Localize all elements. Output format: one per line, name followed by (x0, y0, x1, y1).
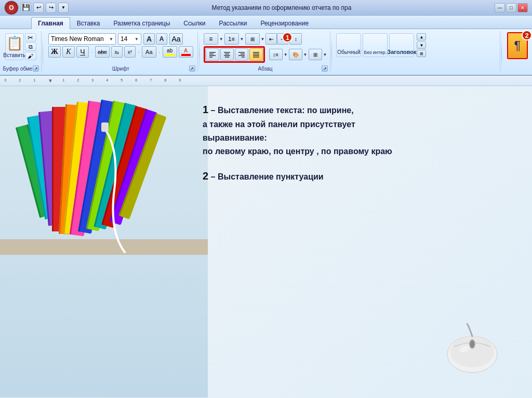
ruler-mark: · (158, 78, 164, 84)
redo-button[interactable]: ↪ (46, 3, 56, 13)
align-center-button[interactable] (220, 48, 234, 61)
align-left-button[interactable] (206, 48, 219, 61)
ruler-mark: 7 (150, 78, 158, 84)
style-scroll-up[interactable]: ▲ (417, 33, 426, 40)
text-line-3: выравнивание: (203, 132, 527, 144)
shading-arrow[interactable]: ▼ (303, 52, 308, 57)
no-spacing-style-button[interactable]: Без интер. (363, 33, 388, 57)
font-color-bar (181, 54, 191, 56)
number-badge-1: 1 (203, 104, 208, 115)
customize-button[interactable]: ▼ (58, 3, 69, 13)
save-button[interactable]: 💾 (21, 3, 31, 13)
font-size-value: 14 (121, 35, 127, 43)
style-scroll-down[interactable]: ▼ (417, 42, 426, 49)
superscript-button[interactable]: x² (124, 46, 136, 58)
close-button[interactable]: ✕ (517, 3, 528, 12)
bullet-list-arrow[interactable]: ▼ (219, 37, 223, 42)
clipboard-dialog-button[interactable]: ↗ (33, 65, 39, 72)
align-justify-button[interactable] (249, 48, 263, 61)
ruler-mark: · (42, 78, 48, 84)
paragraph-section-label: Абзац (258, 66, 273, 72)
paste-button[interactable]: 📋 Вставить (5, 33, 24, 60)
ruler: 3 · 2 · 1 · ▼ · 1 · 2 · 3 · 4 · 5 · 6 · … (0, 76, 532, 86)
format-painter-button[interactable]: 🖌 (25, 52, 36, 60)
style-buttons: Обычный Без интер. Заголовок ▲ ▼ ⊞ (336, 33, 497, 57)
ruler-marker-triangle: ▼ (48, 78, 56, 84)
text-line-2: а также на этой панели присутствует (203, 118, 527, 131)
font-size-dropdown[interactable]: 14 ▼ (118, 33, 141, 45)
text-line-5: 2 – Выставление пунктуации (203, 168, 527, 184)
clipboard-section: 📋 Вставить ✂ ⧉ 🖌 Буфер обмена ↗ (0, 31, 42, 73)
font-row-2: Ж К Ч · abc x₂ x² · Aa · ab A (48, 46, 193, 58)
multilevel-list-arrow[interactable]: ▼ (261, 37, 265, 42)
tab-insert[interactable]: Вставка (70, 17, 107, 29)
subscript-button[interactable]: x₂ (111, 46, 123, 58)
office-button[interactable]: O (4, 1, 19, 15)
ruler-mark: 4 (106, 78, 114, 84)
border-arrow[interactable]: ▼ (323, 52, 327, 57)
mouse-svg (438, 323, 506, 375)
heading1-style-button[interactable]: Заголовок (389, 33, 414, 57)
ruler-mark: 6 (135, 78, 143, 84)
font-shrink-button[interactable]: A (156, 33, 167, 45)
font-color-icon: A (184, 48, 188, 53)
underline-button[interactable]: Ч (76, 46, 89, 58)
tab-references[interactable]: Ссылки (177, 17, 212, 29)
divider-4 (501, 35, 502, 72)
clipboard-tools: 📋 Вставить ✂ ⧉ 🖌 (5, 33, 36, 60)
ruler-mark: · (12, 78, 19, 84)
font-row-1: Times New Roman ▼ 14 ▼ A A Aa (48, 33, 193, 45)
font-name-dropdown[interactable]: Times New Roman ▼ (48, 33, 116, 45)
ruler-mark: · (129, 78, 135, 84)
clear-format-button[interactable]: Aa (169, 33, 183, 45)
text-line-4: по левому краю, по центру , по правому к… (203, 145, 527, 158)
divider-3 (331, 35, 332, 72)
border-button[interactable]: ⊞ (309, 49, 322, 60)
minimize-button[interactable]: — (495, 3, 505, 12)
bold-button[interactable]: Ж (48, 46, 61, 58)
mouse-image (438, 323, 506, 377)
badge-2: 2 (522, 30, 532, 40)
align-right-button[interactable] (235, 48, 248, 61)
highlight-color-button[interactable]: ab (163, 46, 177, 58)
style-more[interactable]: ⊞ (417, 50, 426, 57)
undo-button[interactable]: ↩ (33, 3, 44, 13)
numbered-list-button[interactable]: 1≡ (224, 33, 239, 45)
highlight-color-bar (165, 54, 175, 56)
case-button[interactable]: Aa (142, 46, 156, 58)
font-color-button[interactable]: A (179, 46, 193, 58)
clipboard-sub-buttons: ✂ ⧉ 🖌 (25, 33, 36, 60)
style-section: Обычный Без интер. Заголовок ▲ ▼ ⊞ (333, 31, 500, 73)
paragraph-dialog-button[interactable]: ↗ (322, 65, 328, 72)
font-section: Times New Roman ▼ 14 ▼ A A Aa Ж К Ч · ab… (44, 31, 198, 73)
paragraph-row-2: ↕≡ ▼ 🎨 ▼ ⊞ ▼ (204, 46, 327, 63)
main-content: 1 – Выставление текста: по ширине, а так… (0, 86, 532, 398)
pilcrow-icon: ¶ (514, 38, 521, 53)
maximize-button[interactable]: □ (506, 3, 516, 12)
ruler-mark: 5 (121, 78, 129, 84)
tab-mailings[interactable]: Рассылки (212, 17, 254, 29)
font-grow-button[interactable]: A (143, 33, 155, 45)
tab-review[interactable]: Рецензирование (254, 17, 315, 29)
text-line-1: 1 – Выставление текста: по ширине, (203, 102, 527, 117)
line-spacing-arrow[interactable]: ▼ (284, 52, 288, 57)
shading-button[interactable]: 🎨 (289, 49, 302, 60)
multilevel-list-button[interactable]: ⊞ (245, 33, 260, 45)
copy-button[interactable]: ⧉ (25, 43, 36, 51)
numbered-list-arrow[interactable]: ▼ (240, 37, 244, 42)
ruler-mark: 2 (77, 78, 85, 84)
strikethrough-button[interactable]: abc (95, 46, 110, 58)
bullet-list-button[interactable]: ≡ (204, 33, 218, 45)
decrease-indent-button[interactable]: ⇤ (265, 33, 277, 45)
paragraph-row-1: ≡ ▼ 1≡ ▼ ⊞ ▼ ⇤ ⇥ 1 ↕ (204, 33, 327, 45)
line-spacing-button[interactable]: ↕≡ (269, 49, 283, 60)
no-spacing-text: Без интер. (364, 50, 387, 55)
tab-layout[interactable]: Разметка страницы (107, 17, 177, 29)
font-dialog-button[interactable]: ↗ (189, 65, 195, 72)
ruler-mark: · (114, 78, 121, 84)
normal-style-button[interactable]: Обычный (336, 33, 361, 57)
italic-button[interactable]: К (62, 46, 75, 58)
cut-button[interactable]: ✂ (25, 33, 36, 42)
tab-home[interactable]: Главная (31, 17, 70, 29)
divider-font: · (91, 48, 93, 56)
